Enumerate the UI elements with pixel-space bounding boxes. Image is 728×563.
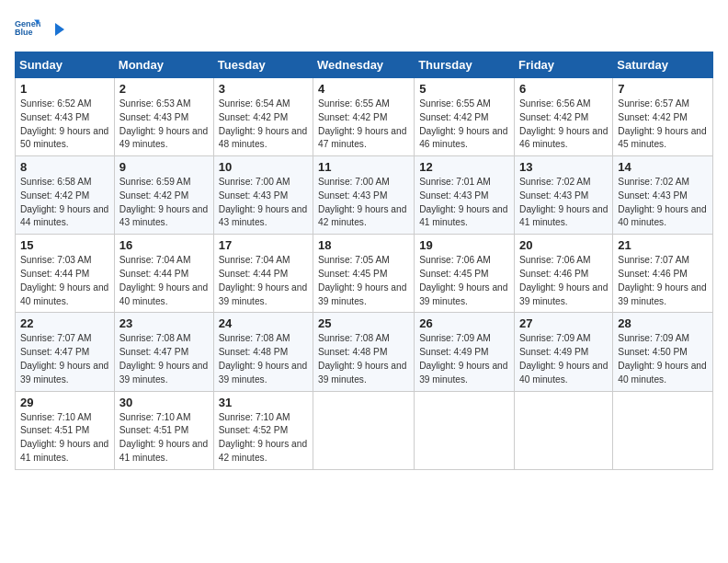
day-number: 24	[219, 316, 308, 330]
day-info: Sunrise: 6:59 AMSunset: 4:42 PMDaylight:…	[119, 176, 209, 230]
day-info: Sunrise: 6:55 AMSunset: 4:42 PMDaylight:…	[318, 98, 409, 152]
day-number: 12	[419, 160, 509, 174]
day-header-wednesday: Wednesday	[313, 52, 415, 78]
calendar-week-3: 15 Sunrise: 7:03 AMSunset: 4:44 PMDaylig…	[16, 235, 713, 313]
day-number: 5	[419, 82, 509, 96]
day-number: 8	[20, 160, 109, 174]
day-number: 16	[119, 238, 209, 252]
day-info: Sunrise: 7:02 AMSunset: 4:43 PMDaylight:…	[618, 176, 708, 230]
day-info: Sunrise: 7:00 AMSunset: 4:43 PMDaylight:…	[318, 176, 409, 230]
day-number: 11	[318, 160, 409, 174]
calendar-header-row: SundayMondayTuesdayWednesdayThursdayFrid…	[16, 52, 713, 78]
day-number: 10	[219, 160, 308, 174]
day-info: Sunrise: 7:04 AMSunset: 4:44 PMDaylight:…	[219, 254, 308, 308]
calendar-week-4: 22 Sunrise: 7:07 AMSunset: 4:47 PMDaylig…	[16, 313, 713, 391]
day-info: Sunrise: 6:53 AMSunset: 4:43 PMDaylight:…	[119, 98, 209, 152]
calendar-cell: 14 Sunrise: 7:02 AMSunset: 4:43 PMDaylig…	[613, 156, 713, 235]
calendar-cell: 11 Sunrise: 7:00 AMSunset: 4:43 PMDaylig…	[313, 156, 415, 235]
calendar-cell: 18 Sunrise: 7:05 AMSunset: 4:45 PMDaylig…	[313, 235, 415, 313]
day-header-thursday: Thursday	[415, 52, 515, 78]
day-info: Sunrise: 7:06 AMSunset: 4:45 PMDaylight:…	[419, 254, 509, 308]
day-number: 4	[318, 82, 409, 96]
day-number: 21	[618, 238, 708, 252]
calendar-table: SundayMondayTuesdayWednesdayThursdayFrid…	[15, 52, 713, 470]
calendar-cell: 15 Sunrise: 7:03 AMSunset: 4:44 PMDaylig…	[16, 235, 115, 313]
day-number: 26	[419, 316, 509, 330]
day-info: Sunrise: 7:01 AMSunset: 4:43 PMDaylight:…	[419, 176, 509, 230]
day-number: 23	[119, 316, 209, 330]
calendar-cell: 4 Sunrise: 6:55 AMSunset: 4:42 PMDayligh…	[313, 78, 415, 156]
calendar-cell: 29 Sunrise: 7:10 AMSunset: 4:51 PMDaylig…	[16, 391, 115, 469]
day-info: Sunrise: 6:52 AMSunset: 4:43 PMDaylight:…	[20, 98, 109, 152]
calendar-cell: 1 Sunrise: 6:52 AMSunset: 4:43 PMDayligh…	[16, 78, 115, 156]
calendar-week-5: 29 Sunrise: 7:10 AMSunset: 4:51 PMDaylig…	[16, 391, 713, 469]
calendar-cell	[313, 391, 415, 469]
day-info: Sunrise: 7:00 AMSunset: 4:43 PMDaylight:…	[219, 176, 308, 230]
svg-text:Blue: Blue	[15, 28, 33, 37]
day-header-sunday: Sunday	[16, 52, 115, 78]
calendar-cell: 3 Sunrise: 6:54 AMSunset: 4:42 PMDayligh…	[213, 78, 313, 156]
calendar-cell: 8 Sunrise: 6:58 AMSunset: 4:42 PMDayligh…	[16, 156, 115, 235]
day-info: Sunrise: 7:08 AMSunset: 4:48 PMDaylight:…	[219, 332, 308, 386]
calendar-cell: 6 Sunrise: 6:56 AMSunset: 4:42 PMDayligh…	[515, 78, 613, 156]
day-number: 18	[318, 238, 409, 252]
day-header-tuesday: Tuesday	[213, 52, 313, 78]
day-number: 9	[119, 160, 209, 174]
day-info: Sunrise: 6:57 AMSunset: 4:42 PMDaylight:…	[618, 98, 708, 152]
day-info: Sunrise: 7:03 AMSunset: 4:44 PMDaylight:…	[20, 254, 109, 308]
day-info: Sunrise: 7:05 AMSunset: 4:45 PMDaylight:…	[318, 254, 409, 308]
calendar-cell: 16 Sunrise: 7:04 AMSunset: 4:44 PMDaylig…	[114, 235, 213, 313]
day-number: 27	[519, 316, 608, 330]
day-info: Sunrise: 7:07 AMSunset: 4:46 PMDaylight:…	[618, 254, 708, 308]
day-info: Sunrise: 6:56 AMSunset: 4:42 PMDaylight:…	[519, 98, 608, 152]
calendar-week-1: 1 Sunrise: 6:52 AMSunset: 4:43 PMDayligh…	[16, 78, 713, 156]
day-info: Sunrise: 7:08 AMSunset: 4:47 PMDaylight:…	[119, 332, 209, 386]
calendar-cell: 5 Sunrise: 6:55 AMSunset: 4:42 PMDayligh…	[415, 78, 515, 156]
calendar-cell: 2 Sunrise: 6:53 AMSunset: 4:43 PMDayligh…	[114, 78, 213, 156]
day-number: 20	[519, 238, 608, 252]
calendar-cell	[613, 391, 713, 469]
day-number: 30	[119, 396, 209, 409]
day-number: 6	[519, 82, 608, 96]
day-info: Sunrise: 7:06 AMSunset: 4:46 PMDaylight:…	[519, 254, 608, 308]
calendar-week-2: 8 Sunrise: 6:58 AMSunset: 4:42 PMDayligh…	[16, 156, 713, 235]
day-number: 15	[20, 238, 109, 252]
day-info: Sunrise: 7:09 AMSunset: 4:50 PMDaylight:…	[618, 332, 708, 386]
day-number: 31	[219, 396, 308, 409]
day-info: Sunrise: 7:04 AMSunset: 4:44 PMDaylight:…	[119, 254, 209, 308]
day-number: 29	[20, 396, 109, 409]
day-number: 2	[119, 82, 209, 96]
calendar-cell: 28 Sunrise: 7:09 AMSunset: 4:50 PMDaylig…	[613, 313, 713, 391]
day-info: Sunrise: 7:07 AMSunset: 4:47 PMDaylight:…	[20, 332, 109, 386]
day-info: Sunrise: 6:54 AMSunset: 4:42 PMDaylight:…	[219, 98, 308, 152]
calendar-cell: 17 Sunrise: 7:04 AMSunset: 4:44 PMDaylig…	[213, 235, 313, 313]
logo-icon: General Blue	[15, 15, 40, 40]
day-number: 25	[318, 316, 409, 330]
calendar-cell: 7 Sunrise: 6:57 AMSunset: 4:42 PMDayligh…	[613, 78, 713, 156]
day-info: Sunrise: 7:10 AMSunset: 4:51 PMDaylight:…	[119, 411, 209, 465]
calendar-cell: 19 Sunrise: 7:06 AMSunset: 4:45 PMDaylig…	[415, 235, 515, 313]
day-number: 7	[618, 82, 708, 96]
logo-arrow-icon	[46, 19, 66, 40]
calendar-cell: 20 Sunrise: 7:06 AMSunset: 4:46 PMDaylig…	[515, 235, 613, 313]
calendar-cell: 12 Sunrise: 7:01 AMSunset: 4:43 PMDaylig…	[415, 156, 515, 235]
day-number: 28	[618, 316, 708, 330]
day-header-friday: Friday	[515, 52, 613, 78]
calendar-cell: 25 Sunrise: 7:08 AMSunset: 4:48 PMDaylig…	[313, 313, 415, 391]
day-info: Sunrise: 7:09 AMSunset: 4:49 PMDaylight:…	[419, 332, 509, 386]
day-number: 17	[219, 238, 308, 252]
day-info: Sunrise: 7:10 AMSunset: 4:52 PMDaylight:…	[219, 411, 308, 465]
svg-marker-3	[55, 23, 64, 36]
calendar-cell: 26 Sunrise: 7:09 AMSunset: 4:49 PMDaylig…	[415, 313, 515, 391]
calendar-cell: 24 Sunrise: 7:08 AMSunset: 4:48 PMDaylig…	[213, 313, 313, 391]
calendar-cell	[515, 391, 613, 469]
calendar-cell: 31 Sunrise: 7:10 AMSunset: 4:52 PMDaylig…	[213, 391, 313, 469]
day-info: Sunrise: 7:10 AMSunset: 4:51 PMDaylight:…	[20, 411, 109, 465]
logo: General Blue	[15, 15, 66, 40]
calendar-cell: 13 Sunrise: 7:02 AMSunset: 4:43 PMDaylig…	[515, 156, 613, 235]
day-info: Sunrise: 6:55 AMSunset: 4:42 PMDaylight:…	[419, 98, 509, 152]
day-number: 3	[219, 82, 308, 96]
day-number: 19	[419, 238, 509, 252]
calendar-cell: 9 Sunrise: 6:59 AMSunset: 4:42 PMDayligh…	[114, 156, 213, 235]
day-info: Sunrise: 6:58 AMSunset: 4:42 PMDaylight:…	[20, 176, 109, 230]
